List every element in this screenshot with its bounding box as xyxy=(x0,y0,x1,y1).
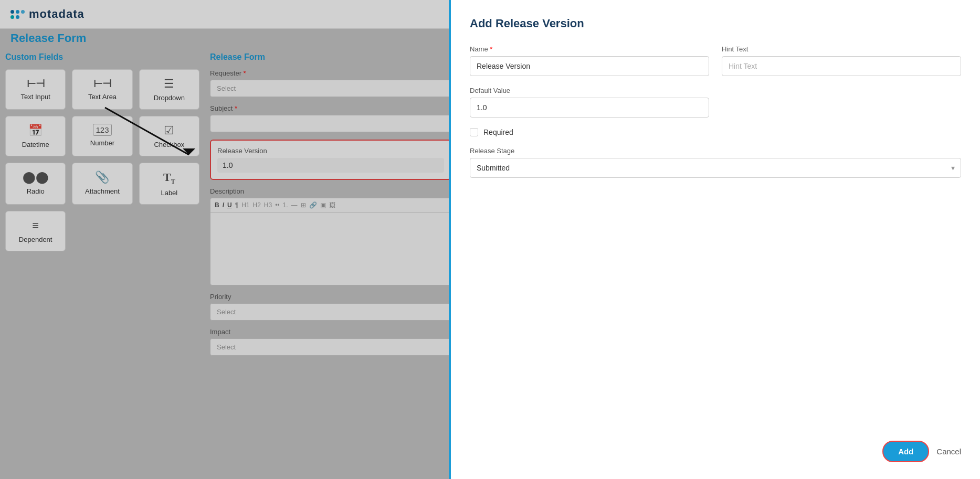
modal-release-stage-field: Release Stage Submitted Planning In Prog… xyxy=(470,147,961,178)
add-button[interactable]: Add xyxy=(882,441,929,462)
modal-default-row: Default Value xyxy=(470,87,961,118)
modal-default-label: Default Value xyxy=(470,87,709,94)
modal-name-input[interactable] xyxy=(470,56,709,76)
modal-hint-field: Hint Text xyxy=(722,45,961,76)
modal-default-field: Default Value xyxy=(470,87,709,118)
modal-required-row: Required xyxy=(470,128,961,136)
modal-default-input[interactable] xyxy=(470,98,709,118)
modal-empty-field xyxy=(722,87,961,118)
modal-hint-input[interactable] xyxy=(722,56,961,76)
modal-required-label: Required xyxy=(483,128,513,136)
modal-release-stage-select[interactable]: Submitted Planning In Progress Completed xyxy=(470,158,961,178)
modal-required-checkbox[interactable] xyxy=(470,128,478,136)
dim-overlay xyxy=(0,0,451,479)
modal-body: Name * Hint Text Default Value Required xyxy=(470,45,961,432)
modal-title: Add Release Version xyxy=(470,17,961,30)
modal-release-stage-label: Release Stage xyxy=(470,147,961,155)
modal-hint-label: Hint Text xyxy=(722,45,961,53)
modal-name-label: Name * xyxy=(470,45,709,53)
modal-panel: Add Release Version Name * Hint Text Def… xyxy=(449,0,980,479)
modal-footer: Add Cancel xyxy=(470,432,961,462)
modal-name-hint-row: Name * Hint Text xyxy=(470,45,961,76)
modal-name-field: Name * xyxy=(470,45,709,76)
modal-release-stage-wrapper: Submitted Planning In Progress Completed… xyxy=(470,158,961,178)
cancel-button[interactable]: Cancel xyxy=(936,447,961,456)
